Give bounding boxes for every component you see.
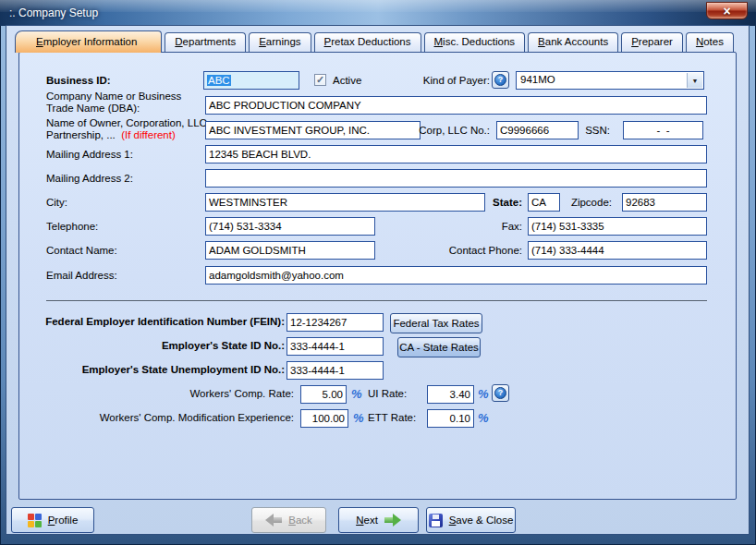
- city-label: City:: [46, 197, 67, 208]
- ui-rate-help-button[interactable]: ?: [492, 384, 509, 402]
- help-icon: ?: [494, 387, 506, 399]
- kind-of-payer-label: Kind of Payer:: [423, 75, 490, 86]
- tab-label: Bank Accounts: [538, 36, 608, 47]
- owner-label-line1: Name of Owner, Corporation, LLC,: [46, 117, 210, 128]
- corp-llc-no-input[interactable]: [496, 121, 579, 139]
- dropdown-button[interactable]: ▼: [687, 73, 702, 88]
- chevron-down-icon: ▼: [692, 78, 699, 84]
- ssn-input[interactable]: [623, 121, 703, 139]
- fein-label: Federal Employer Identification Number (…: [45, 316, 285, 327]
- contact-name-label: Contact Name:: [46, 245, 117, 256]
- percent-icon: %: [478, 411, 489, 425]
- check-icon: ✓: [316, 75, 324, 85]
- contact-phone-input[interactable]: [528, 241, 707, 260]
- back-arrow-icon: [265, 514, 282, 527]
- kind-of-payer-help-button[interactable]: ?: [492, 71, 509, 89]
- fein-input[interactable]: [287, 313, 384, 332]
- tab-preparer[interactable]: Preparer: [621, 32, 683, 52]
- tab-earnings[interactable]: Earnings: [249, 32, 311, 52]
- mailing-address-1-input[interactable]: [205, 145, 707, 164]
- tab-pretax-deductions[interactable]: Pretax Deductions: [314, 32, 421, 52]
- tab-bank-accounts[interactable]: Bank Accounts: [528, 32, 618, 52]
- city-input[interactable]: [205, 193, 485, 212]
- mailing-address-2-input[interactable]: [205, 169, 707, 188]
- zipcode-input[interactable]: [622, 193, 707, 212]
- tab-notes[interactable]: Notes: [686, 32, 734, 52]
- tab-misc-deductions[interactable]: Misc. Deductions: [424, 32, 526, 52]
- ui-rate-label: UI Rate:: [368, 388, 407, 399]
- business-id-label: Business ID:: [46, 75, 111, 86]
- fax-input[interactable]: [528, 217, 707, 236]
- business-id-value: ABC: [207, 75, 231, 86]
- federal-tax-rates-button[interactable]: Federal Tax Rates: [390, 313, 482, 333]
- profile-icon: [28, 514, 42, 527]
- if-different-note: (If different): [121, 129, 176, 140]
- tab-label: Earnings: [259, 36, 300, 47]
- contact-name-input[interactable]: [205, 241, 375, 260]
- active-label: Active: [333, 75, 361, 86]
- workers-comp-rate-input[interactable]: [300, 385, 347, 404]
- state-input[interactable]: [528, 193, 560, 212]
- owner-label-line2: Partnership, ... (If different): [46, 129, 176, 140]
- fax-label: Fax:: [502, 221, 522, 232]
- telephone-label: Telephone:: [46, 221, 98, 232]
- state-label: State:: [493, 197, 522, 208]
- state-unemployment-id-label: Employer's State Unemployment ID No.:: [82, 364, 285, 375]
- ett-rate-input[interactable]: [427, 409, 474, 428]
- tab-label: Preparer: [631, 36, 673, 47]
- zipcode-label: Zipcode:: [571, 197, 612, 208]
- ssn-label: SSN:: [585, 125, 610, 136]
- tab-employer-information[interactable]: Employer Information: [15, 30, 162, 53]
- telephone-input[interactable]: [205, 217, 375, 236]
- kind-of-payer-select[interactable]: 941MO ▼: [516, 71, 704, 90]
- percent-icon: %: [478, 387, 489, 401]
- close-icon: ×: [723, 5, 730, 18]
- company-name-label-line1: Company Name or Business: [46, 91, 181, 102]
- next-button[interactable]: Next: [338, 507, 419, 533]
- kind-of-payer-value: 941MO: [520, 74, 555, 85]
- tab-label: Pretax Deductions: [324, 36, 411, 47]
- company-setup-window: :. Company Setup × Employer Information …: [0, 0, 756, 545]
- back-button: Back: [251, 507, 326, 533]
- tab-label: Employer Information: [36, 36, 137, 47]
- close-button[interactable]: ×: [706, 2, 748, 19]
- save-icon: [429, 514, 443, 527]
- workers-comp-rate-label: Workers' Comp. Rate:: [189, 388, 294, 399]
- company-name-label-line2: Trade Name (DBA):: [46, 103, 140, 114]
- ca-state-rates-button[interactable]: CA - State Rates: [397, 337, 481, 357]
- active-checkbox[interactable]: ✓: [314, 74, 326, 86]
- email-label: Email Address:: [46, 270, 117, 281]
- contact-phone-label: Contact Phone:: [449, 245, 522, 256]
- save-close-button[interactable]: Save & Close: [426, 507, 516, 533]
- section-divider: [46, 300, 707, 301]
- corp-llc-no-label: Corp, LLC No.:: [419, 125, 490, 136]
- help-icon: ?: [494, 74, 506, 86]
- company-name-input[interactable]: [205, 96, 707, 115]
- ui-rate-input[interactable]: [427, 385, 474, 404]
- mailing-address-1-label: Mailing Address 1:: [46, 149, 133, 160]
- state-id-input[interactable]: [287, 337, 384, 356]
- percent-icon: %: [353, 411, 364, 425]
- tab-label: Notes: [696, 36, 724, 47]
- tab-label: Misc. Deductions: [434, 36, 516, 47]
- tab-label: Departments: [175, 36, 236, 47]
- title-bar[interactable]: :. Company Setup: [0, 0, 756, 26]
- window-title: :. Company Setup: [9, 6, 98, 19]
- workers-comp-mod-label: Workers' Comp. Modification Experience:: [100, 412, 294, 423]
- email-input[interactable]: [205, 266, 707, 285]
- state-unemployment-id-input[interactable]: [287, 361, 384, 380]
- next-arrow-icon: [384, 514, 401, 527]
- workers-comp-mod-input[interactable]: [300, 409, 348, 428]
- mailing-address-2-label: Mailing Address 2:: [46, 173, 133, 184]
- ett-rate-label: ETT Rate:: [368, 412, 416, 423]
- owner-name-input[interactable]: [205, 121, 421, 139]
- tab-bar: Employer Information Departments Earning…: [15, 31, 734, 52]
- state-id-label: Employer's State ID No.:: [162, 340, 285, 351]
- business-id-input[interactable]: ABC: [203, 71, 299, 90]
- tab-departments[interactable]: Departments: [165, 32, 246, 52]
- percent-icon: %: [351, 387, 362, 401]
- profile-button[interactable]: Profile: [11, 507, 94, 533]
